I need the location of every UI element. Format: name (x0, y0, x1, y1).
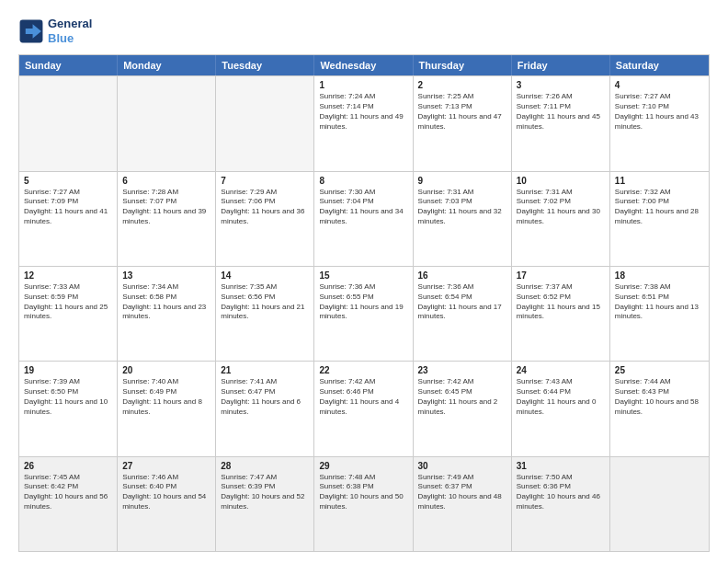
cell-info: Sunrise: 7:30 AMSunset: 7:04 PMDaylight:… (319, 188, 407, 227)
cell-info: Sunrise: 7:43 AMSunset: 6:44 PMDaylight:… (517, 377, 605, 417)
calendar-body: 1Sunrise: 7:24 AMSunset: 7:14 PMDaylight… (19, 75, 709, 551)
cell-day-number: 8 (319, 176, 407, 186)
cell-info: Sunrise: 7:36 AMSunset: 6:55 PMDaylight:… (319, 282, 407, 322)
cell-info: Sunrise: 7:41 AMSunset: 6:47 PMDaylight:… (221, 377, 309, 417)
cell-day-number: 3 (517, 80, 605, 90)
cell-info: Sunrise: 7:42 AMSunset: 6:45 PMDaylight:… (418, 377, 506, 417)
cell-day-number: 29 (319, 461, 407, 471)
cell-day-number: 24 (517, 365, 605, 375)
calendar-cell: 26Sunrise: 7:45 AMSunset: 6:42 PMDayligh… (19, 457, 118, 551)
day-header-saturday: Saturday (610, 55, 709, 75)
calendar-cell: 9Sunrise: 7:31 AMSunset: 7:03 PMDaylight… (414, 172, 512, 266)
calendar-cell: 28Sunrise: 7:47 AMSunset: 6:39 PMDayligh… (216, 457, 314, 551)
cell-info: Sunrise: 7:42 AMSunset: 6:46 PMDaylight:… (319, 377, 407, 417)
week-row-4: 26Sunrise: 7:45 AMSunset: 6:42 PMDayligh… (19, 456, 709, 551)
cell-day-number: 21 (221, 365, 309, 375)
cell-info: Sunrise: 7:26 AMSunset: 7:11 PMDaylight:… (517, 92, 605, 132)
cell-day-number: 17 (517, 270, 605, 281)
calendar: SundayMondayTuesdayWednesdayThursdayFrid… (18, 54, 710, 552)
calendar-cell: 31Sunrise: 7:50 AMSunset: 6:36 PMDayligh… (512, 457, 610, 551)
cell-day-number: 28 (221, 461, 309, 471)
calendar-cell: 1Sunrise: 7:24 AMSunset: 7:14 PMDaylight… (314, 76, 413, 170)
cell-day-number: 26 (24, 461, 112, 471)
cell-day-number: 5 (24, 176, 112, 186)
calendar-cell: 11Sunrise: 7:32 AMSunset: 7:00 PMDayligh… (610, 172, 709, 266)
cell-day-number: 22 (319, 365, 407, 375)
week-row-0: 1Sunrise: 7:24 AMSunset: 7:14 PMDaylight… (19, 75, 709, 170)
cell-day-number: 11 (615, 176, 704, 186)
day-header-sunday: Sunday (19, 55, 118, 75)
cell-day-number: 2 (418, 80, 506, 90)
calendar-cell: 7Sunrise: 7:29 AMSunset: 7:06 PMDaylight… (216, 172, 314, 266)
cell-info: Sunrise: 7:48 AMSunset: 6:38 PMDaylight:… (319, 473, 407, 512)
calendar-cell: 12Sunrise: 7:33 AMSunset: 6:59 PMDayligh… (19, 267, 118, 361)
cell-info: Sunrise: 7:45 AMSunset: 6:42 PMDaylight:… (24, 473, 112, 512)
calendar-cell: 20Sunrise: 7:40 AMSunset: 6:49 PMDayligh… (118, 362, 216, 455)
cell-info: Sunrise: 7:39 AMSunset: 6:50 PMDaylight:… (24, 377, 112, 417)
day-header-thursday: Thursday (414, 55, 512, 75)
calendar-cell: 24Sunrise: 7:43 AMSunset: 6:44 PMDayligh… (512, 362, 610, 455)
cell-info: Sunrise: 7:37 AMSunset: 6:52 PMDaylight:… (517, 282, 605, 322)
cell-info: Sunrise: 7:27 AMSunset: 7:10 PMDaylight:… (615, 92, 704, 132)
cell-day-number: 27 (122, 461, 210, 471)
cell-info: Sunrise: 7:33 AMSunset: 6:59 PMDaylight:… (24, 282, 112, 322)
calendar-cell: 4Sunrise: 7:27 AMSunset: 7:10 PMDaylight… (610, 76, 709, 170)
calendar-cell (216, 76, 314, 170)
day-header-wednesday: Wednesday (314, 55, 413, 75)
calendar-cell: 6Sunrise: 7:28 AMSunset: 7:07 PMDaylight… (118, 172, 216, 266)
cell-info: Sunrise: 7:32 AMSunset: 7:00 PMDaylight:… (615, 188, 704, 227)
cell-info: Sunrise: 7:27 AMSunset: 7:09 PMDaylight:… (24, 188, 112, 227)
cell-day-number: 9 (418, 176, 506, 186)
calendar-cell: 27Sunrise: 7:46 AMSunset: 6:40 PMDayligh… (118, 457, 216, 551)
logo-icon (18, 18, 44, 44)
cell-info: Sunrise: 7:50 AMSunset: 6:36 PMDaylight:… (517, 473, 605, 512)
cell-info: Sunrise: 7:28 AMSunset: 7:07 PMDaylight:… (122, 188, 210, 227)
cell-day-number: 4 (615, 80, 704, 90)
calendar-cell: 5Sunrise: 7:27 AMSunset: 7:09 PMDaylight… (19, 172, 118, 266)
cell-day-number: 6 (122, 176, 210, 186)
calendar-cell: 22Sunrise: 7:42 AMSunset: 6:46 PMDayligh… (314, 362, 413, 455)
cell-info: Sunrise: 7:29 AMSunset: 7:06 PMDaylight:… (221, 188, 309, 227)
calendar-cell: 2Sunrise: 7:25 AMSunset: 7:13 PMDaylight… (414, 76, 512, 170)
calendar-cell: 8Sunrise: 7:30 AMSunset: 7:04 PMDaylight… (314, 172, 413, 266)
cell-day-number: 19 (24, 365, 112, 375)
header: General Blue (18, 17, 710, 45)
calendar-cell: 19Sunrise: 7:39 AMSunset: 6:50 PMDayligh… (19, 362, 118, 455)
logo-text: General Blue (48, 17, 92, 45)
cell-info: Sunrise: 7:44 AMSunset: 6:43 PMDaylight:… (615, 377, 704, 417)
week-row-2: 12Sunrise: 7:33 AMSunset: 6:59 PMDayligh… (19, 266, 709, 361)
cell-day-number: 30 (418, 461, 506, 471)
cell-day-number: 23 (418, 365, 506, 375)
calendar-cell: 23Sunrise: 7:42 AMSunset: 6:45 PMDayligh… (414, 362, 512, 455)
calendar-cell: 14Sunrise: 7:35 AMSunset: 6:56 PMDayligh… (216, 267, 314, 361)
calendar-cell: 13Sunrise: 7:34 AMSunset: 6:58 PMDayligh… (118, 267, 216, 361)
cell-info: Sunrise: 7:35 AMSunset: 6:56 PMDaylight:… (221, 282, 309, 322)
cell-day-number: 1 (319, 80, 407, 90)
cell-day-number: 20 (122, 365, 210, 375)
cell-day-number: 12 (24, 270, 112, 281)
cell-info: Sunrise: 7:24 AMSunset: 7:14 PMDaylight:… (319, 92, 407, 132)
cell-info: Sunrise: 7:36 AMSunset: 6:54 PMDaylight:… (418, 282, 506, 322)
week-row-3: 19Sunrise: 7:39 AMSunset: 6:50 PMDayligh… (19, 361, 709, 455)
cell-info: Sunrise: 7:49 AMSunset: 6:37 PMDaylight:… (418, 473, 506, 512)
cell-info: Sunrise: 7:47 AMSunset: 6:39 PMDaylight:… (221, 473, 309, 512)
cell-info: Sunrise: 7:34 AMSunset: 6:58 PMDaylight:… (122, 282, 210, 322)
calendar-cell: 18Sunrise: 7:38 AMSunset: 6:51 PMDayligh… (610, 267, 709, 361)
calendar-cell: 3Sunrise: 7:26 AMSunset: 7:11 PMDaylight… (512, 76, 610, 170)
calendar-cell: 21Sunrise: 7:41 AMSunset: 6:47 PMDayligh… (216, 362, 314, 455)
cell-day-number: 7 (221, 176, 309, 186)
cell-day-number: 31 (517, 461, 605, 471)
calendar-cell: 10Sunrise: 7:31 AMSunset: 7:02 PMDayligh… (512, 172, 610, 266)
calendar-cell: 16Sunrise: 7:36 AMSunset: 6:54 PMDayligh… (414, 267, 512, 361)
cell-info: Sunrise: 7:31 AMSunset: 7:03 PMDaylight:… (418, 188, 506, 227)
cell-day-number: 16 (418, 270, 506, 281)
cell-day-number: 14 (221, 270, 309, 281)
calendar-cell: 17Sunrise: 7:37 AMSunset: 6:52 PMDayligh… (512, 267, 610, 361)
page: General Blue SundayMondayTuesdayWednesda… (0, 0, 728, 563)
calendar-cell (610, 457, 709, 551)
calendar-cell (19, 76, 118, 170)
cell-info: Sunrise: 7:25 AMSunset: 7:13 PMDaylight:… (418, 92, 506, 132)
calendar-cell: 29Sunrise: 7:48 AMSunset: 6:38 PMDayligh… (314, 457, 413, 551)
calendar-cell: 25Sunrise: 7:44 AMSunset: 6:43 PMDayligh… (610, 362, 709, 455)
calendar-cell: 30Sunrise: 7:49 AMSunset: 6:37 PMDayligh… (414, 457, 512, 551)
